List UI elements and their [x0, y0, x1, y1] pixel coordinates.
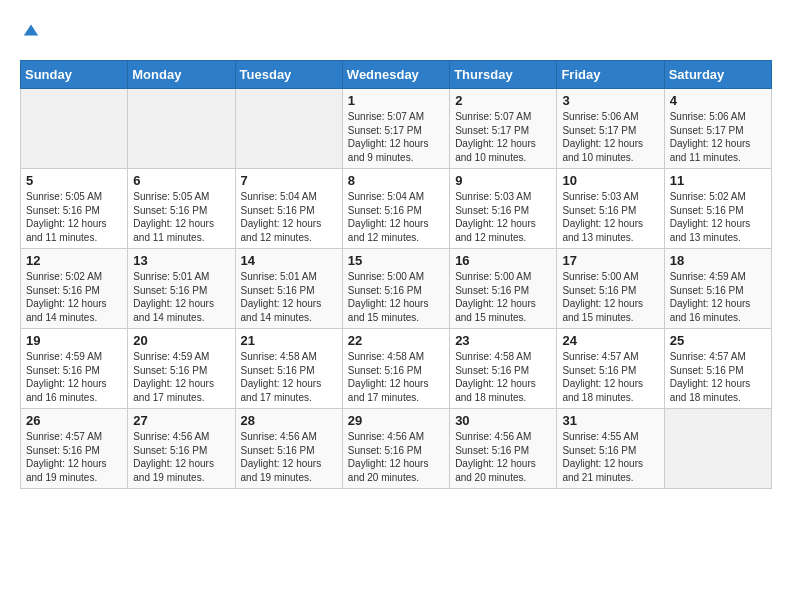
calendar-week-4: 19Sunrise: 4:59 AM Sunset: 5:16 PM Dayli…	[21, 329, 772, 409]
logo	[20, 20, 40, 44]
day-header-monday: Monday	[128, 61, 235, 89]
day-number: 6	[133, 173, 229, 188]
calendar-cell	[235, 89, 342, 169]
day-number: 24	[562, 333, 658, 348]
calendar-cell: 20Sunrise: 4:59 AM Sunset: 5:16 PM Dayli…	[128, 329, 235, 409]
day-number: 27	[133, 413, 229, 428]
day-info: Sunrise: 5:07 AM Sunset: 5:17 PM Dayligh…	[455, 110, 551, 164]
day-number: 5	[26, 173, 122, 188]
day-header-wednesday: Wednesday	[342, 61, 449, 89]
calendar-cell: 8Sunrise: 5:04 AM Sunset: 5:16 PM Daylig…	[342, 169, 449, 249]
calendar-cell: 2Sunrise: 5:07 AM Sunset: 5:17 PM Daylig…	[450, 89, 557, 169]
day-info: Sunrise: 5:03 AM Sunset: 5:16 PM Dayligh…	[455, 190, 551, 244]
calendar-week-3: 12Sunrise: 5:02 AM Sunset: 5:16 PM Dayli…	[21, 249, 772, 329]
day-info: Sunrise: 4:56 AM Sunset: 5:16 PM Dayligh…	[348, 430, 444, 484]
day-number: 13	[133, 253, 229, 268]
calendar-cell: 29Sunrise: 4:56 AM Sunset: 5:16 PM Dayli…	[342, 409, 449, 489]
calendar-cell: 12Sunrise: 5:02 AM Sunset: 5:16 PM Dayli…	[21, 249, 128, 329]
calendar-cell: 21Sunrise: 4:58 AM Sunset: 5:16 PM Dayli…	[235, 329, 342, 409]
calendar-table: SundayMondayTuesdayWednesdayThursdayFrid…	[20, 60, 772, 489]
day-number: 11	[670, 173, 766, 188]
day-info: Sunrise: 4:59 AM Sunset: 5:16 PM Dayligh…	[670, 270, 766, 324]
day-header-friday: Friday	[557, 61, 664, 89]
calendar-header-row: SundayMondayTuesdayWednesdayThursdayFrid…	[21, 61, 772, 89]
day-header-tuesday: Tuesday	[235, 61, 342, 89]
calendar-cell: 13Sunrise: 5:01 AM Sunset: 5:16 PM Dayli…	[128, 249, 235, 329]
day-header-thursday: Thursday	[450, 61, 557, 89]
day-number: 3	[562, 93, 658, 108]
day-info: Sunrise: 5:00 AM Sunset: 5:16 PM Dayligh…	[455, 270, 551, 324]
day-number: 21	[241, 333, 337, 348]
day-number: 7	[241, 173, 337, 188]
day-number: 28	[241, 413, 337, 428]
day-number: 26	[26, 413, 122, 428]
day-info: Sunrise: 5:06 AM Sunset: 5:17 PM Dayligh…	[562, 110, 658, 164]
day-info: Sunrise: 5:02 AM Sunset: 5:16 PM Dayligh…	[670, 190, 766, 244]
day-info: Sunrise: 5:05 AM Sunset: 5:16 PM Dayligh…	[26, 190, 122, 244]
calendar-cell: 9Sunrise: 5:03 AM Sunset: 5:16 PM Daylig…	[450, 169, 557, 249]
day-number: 1	[348, 93, 444, 108]
calendar-cell: 18Sunrise: 4:59 AM Sunset: 5:16 PM Dayli…	[664, 249, 771, 329]
calendar-cell: 25Sunrise: 4:57 AM Sunset: 5:16 PM Dayli…	[664, 329, 771, 409]
day-header-sunday: Sunday	[21, 61, 128, 89]
calendar-cell: 1Sunrise: 5:07 AM Sunset: 5:17 PM Daylig…	[342, 89, 449, 169]
calendar-cell: 4Sunrise: 5:06 AM Sunset: 5:17 PM Daylig…	[664, 89, 771, 169]
calendar-cell: 30Sunrise: 4:56 AM Sunset: 5:16 PM Dayli…	[450, 409, 557, 489]
logo-icon	[22, 21, 40, 39]
day-info: Sunrise: 4:56 AM Sunset: 5:16 PM Dayligh…	[241, 430, 337, 484]
calendar-cell: 5Sunrise: 5:05 AM Sunset: 5:16 PM Daylig…	[21, 169, 128, 249]
day-number: 29	[348, 413, 444, 428]
day-info: Sunrise: 5:04 AM Sunset: 5:16 PM Dayligh…	[348, 190, 444, 244]
calendar-cell: 7Sunrise: 5:04 AM Sunset: 5:16 PM Daylig…	[235, 169, 342, 249]
day-info: Sunrise: 4:59 AM Sunset: 5:16 PM Dayligh…	[133, 350, 229, 404]
day-info: Sunrise: 4:56 AM Sunset: 5:16 PM Dayligh…	[455, 430, 551, 484]
page-header	[20, 20, 772, 44]
day-number: 23	[455, 333, 551, 348]
day-number: 31	[562, 413, 658, 428]
calendar-cell: 22Sunrise: 4:58 AM Sunset: 5:16 PM Dayli…	[342, 329, 449, 409]
day-info: Sunrise: 4:57 AM Sunset: 5:16 PM Dayligh…	[562, 350, 658, 404]
calendar-cell: 23Sunrise: 4:58 AM Sunset: 5:16 PM Dayli…	[450, 329, 557, 409]
calendar-cell: 24Sunrise: 4:57 AM Sunset: 5:16 PM Dayli…	[557, 329, 664, 409]
day-info: Sunrise: 5:07 AM Sunset: 5:17 PM Dayligh…	[348, 110, 444, 164]
calendar-cell: 15Sunrise: 5:00 AM Sunset: 5:16 PM Dayli…	[342, 249, 449, 329]
day-number: 14	[241, 253, 337, 268]
day-info: Sunrise: 5:02 AM Sunset: 5:16 PM Dayligh…	[26, 270, 122, 324]
svg-marker-0	[24, 25, 38, 36]
calendar-cell: 11Sunrise: 5:02 AM Sunset: 5:16 PM Dayli…	[664, 169, 771, 249]
day-info: Sunrise: 5:01 AM Sunset: 5:16 PM Dayligh…	[133, 270, 229, 324]
day-number: 9	[455, 173, 551, 188]
day-number: 12	[26, 253, 122, 268]
day-info: Sunrise: 4:56 AM Sunset: 5:16 PM Dayligh…	[133, 430, 229, 484]
calendar-week-1: 1Sunrise: 5:07 AM Sunset: 5:17 PM Daylig…	[21, 89, 772, 169]
calendar-week-2: 5Sunrise: 5:05 AM Sunset: 5:16 PM Daylig…	[21, 169, 772, 249]
day-number: 4	[670, 93, 766, 108]
day-number: 25	[670, 333, 766, 348]
day-info: Sunrise: 5:00 AM Sunset: 5:16 PM Dayligh…	[562, 270, 658, 324]
day-info: Sunrise: 4:59 AM Sunset: 5:16 PM Dayligh…	[26, 350, 122, 404]
day-number: 2	[455, 93, 551, 108]
day-header-saturday: Saturday	[664, 61, 771, 89]
calendar-cell: 28Sunrise: 4:56 AM Sunset: 5:16 PM Dayli…	[235, 409, 342, 489]
day-info: Sunrise: 5:04 AM Sunset: 5:16 PM Dayligh…	[241, 190, 337, 244]
day-info: Sunrise: 4:57 AM Sunset: 5:16 PM Dayligh…	[670, 350, 766, 404]
calendar-cell: 19Sunrise: 4:59 AM Sunset: 5:16 PM Dayli…	[21, 329, 128, 409]
calendar-cell: 17Sunrise: 5:00 AM Sunset: 5:16 PM Dayli…	[557, 249, 664, 329]
calendar-cell: 31Sunrise: 4:55 AM Sunset: 5:16 PM Dayli…	[557, 409, 664, 489]
calendar-week-5: 26Sunrise: 4:57 AM Sunset: 5:16 PM Dayli…	[21, 409, 772, 489]
calendar-cell: 6Sunrise: 5:05 AM Sunset: 5:16 PM Daylig…	[128, 169, 235, 249]
day-number: 18	[670, 253, 766, 268]
day-info: Sunrise: 4:58 AM Sunset: 5:16 PM Dayligh…	[241, 350, 337, 404]
calendar-cell: 14Sunrise: 5:01 AM Sunset: 5:16 PM Dayli…	[235, 249, 342, 329]
day-number: 22	[348, 333, 444, 348]
day-number: 10	[562, 173, 658, 188]
calendar-cell: 26Sunrise: 4:57 AM Sunset: 5:16 PM Dayli…	[21, 409, 128, 489]
day-number: 8	[348, 173, 444, 188]
day-number: 20	[133, 333, 229, 348]
day-info: Sunrise: 5:03 AM Sunset: 5:16 PM Dayligh…	[562, 190, 658, 244]
calendar-cell: 16Sunrise: 5:00 AM Sunset: 5:16 PM Dayli…	[450, 249, 557, 329]
day-info: Sunrise: 5:05 AM Sunset: 5:16 PM Dayligh…	[133, 190, 229, 244]
day-number: 30	[455, 413, 551, 428]
day-number: 17	[562, 253, 658, 268]
day-info: Sunrise: 5:00 AM Sunset: 5:16 PM Dayligh…	[348, 270, 444, 324]
